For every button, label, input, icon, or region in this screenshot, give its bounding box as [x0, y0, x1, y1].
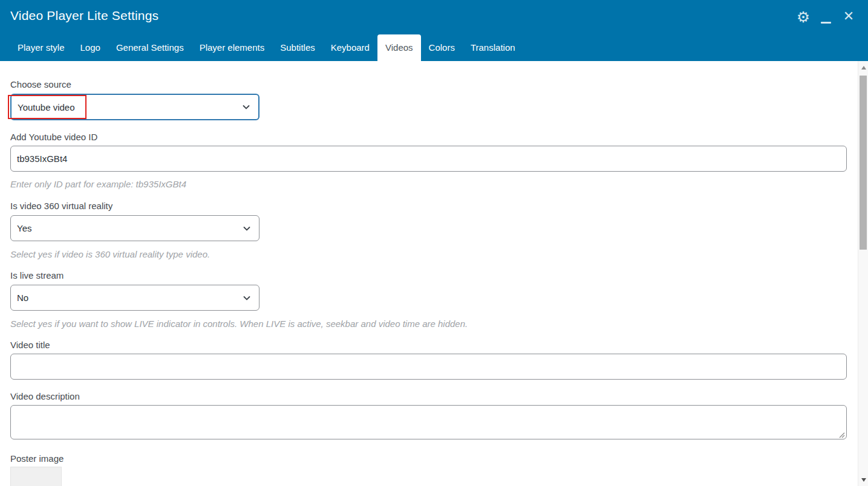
vr-360-value: Yes	[17, 223, 242, 233]
chevron-down-icon	[242, 293, 252, 303]
gear-icon[interactable]: ⚙	[794, 6, 812, 28]
vr-360-help: Select yes if video is 360 virtual reali…	[10, 249, 210, 259]
video-title-label: Video title	[10, 340, 50, 350]
tab-bar: Player style Logo General Settings Playe…	[10, 34, 523, 61]
live-stream-select[interactable]: No	[10, 285, 259, 311]
video-description-label: Video description	[10, 391, 80, 401]
live-stream-help: Select yes if you want to show LIVE indi…	[10, 319, 468, 329]
scrollbar[interactable]	[858, 61, 868, 486]
window-controls: ⚙ ✕	[794, 6, 857, 28]
tab-colors[interactable]: Colors	[421, 34, 463, 61]
tab-subtitles[interactable]: Subtitles	[272, 34, 323, 61]
scrollbar-up-button[interactable]	[858, 62, 868, 73]
youtube-id-label: Add Youtube video ID	[10, 132, 97, 142]
minimize-icon	[821, 22, 831, 24]
video-title-input[interactable]	[10, 354, 847, 380]
tab-translation[interactable]: Translation	[463, 34, 523, 61]
poster-image-label: Poster image	[10, 453, 64, 464]
live-stream-value: No	[17, 293, 242, 303]
poster-image-box[interactable]	[10, 467, 62, 486]
vr-360-select[interactable]: Yes	[10, 215, 259, 241]
tab-videos[interactable]: Videos	[377, 34, 421, 61]
choose-source-select[interactable]: Youtube video	[10, 94, 259, 120]
scrollbar-up-icon	[861, 66, 866, 70]
chevron-down-icon	[242, 224, 252, 233]
tab-keyboard[interactable]: Keyboard	[323, 34, 377, 61]
window-header: Video Player Lite Settings ⚙ ✕ Player st…	[0, 0, 868, 61]
videos-tab-panel: Choose source Youtube video Add Youtube …	[0, 61, 858, 486]
live-stream-label: Is live stream	[10, 270, 64, 280]
tab-general-settings[interactable]: General Settings	[108, 34, 192, 61]
scrollbar-down-icon	[861, 478, 866, 482]
tab-logo[interactable]: Logo	[73, 34, 108, 61]
tab-player-elements[interactable]: Player elements	[192, 34, 273, 61]
youtube-id-help: Enter only ID part for example: tb935IxG…	[10, 179, 186, 189]
youtube-id-input[interactable]	[10, 146, 847, 172]
window-title: Video Player Lite Settings	[10, 8, 158, 23]
tab-player-style[interactable]: Player style	[10, 34, 73, 61]
choose-source-value: Youtube video	[18, 102, 241, 112]
video-description-textarea[interactable]	[10, 405, 847, 439]
vr-360-label: Is video 360 virtual reality	[10, 201, 113, 211]
chevron-down-icon	[241, 102, 251, 112]
scrollbar-down-button[interactable]	[858, 475, 868, 485]
settings-window: Video Player Lite Settings ⚙ ✕ Player st…	[0, 0, 868, 486]
scrollbar-thumb[interactable]	[860, 76, 867, 250]
choose-source-label: Choose source	[10, 79, 71, 89]
minimize-button[interactable]	[818, 6, 834, 28]
close-icon[interactable]: ✕	[840, 6, 857, 28]
